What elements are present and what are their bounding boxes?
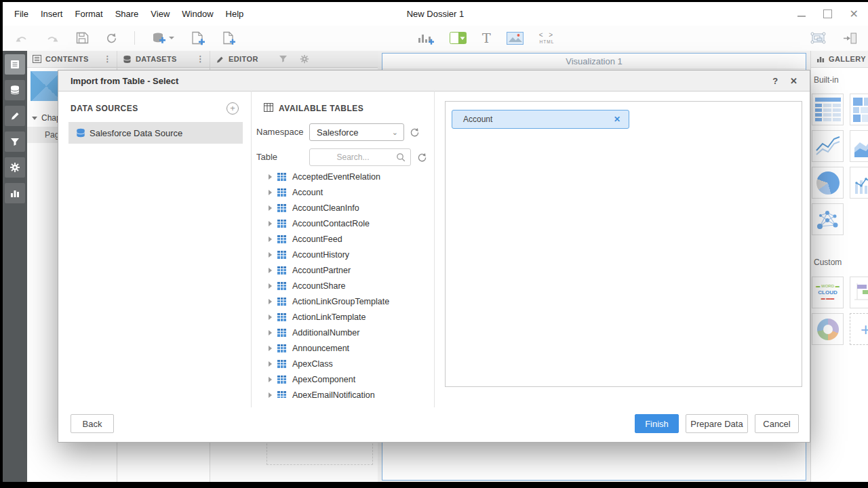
close-window-icon[interactable]: ✕ bbox=[850, 9, 859, 20]
table-row[interactable]: AccountPartner bbox=[252, 262, 433, 278]
selected-table-chip[interactable]: Account ✕ bbox=[452, 110, 629, 129]
add-data-icon[interactable] bbox=[152, 32, 174, 44]
gallery-viz-combo[interactable] bbox=[850, 167, 868, 199]
sidebar-item-editor[interactable] bbox=[5, 106, 25, 126]
table-search-input[interactable] bbox=[310, 152, 396, 163]
expand-arrow-icon[interactable] bbox=[269, 377, 272, 382]
table-row[interactable]: ActionLinkGroupTemplate bbox=[252, 293, 433, 309]
free-form-layout-icon[interactable] bbox=[810, 31, 827, 45]
expand-arrow-icon[interactable] bbox=[269, 237, 272, 242]
table-icon bbox=[277, 266, 286, 274]
minimize-icon[interactable] bbox=[797, 16, 806, 17]
add-data-source-icon[interactable]: + bbox=[226, 102, 239, 115]
gallery-viz-pie[interactable] bbox=[812, 167, 844, 199]
chip-remove-icon[interactable]: ✕ bbox=[614, 115, 620, 124]
cancel-button[interactable]: Cancel bbox=[755, 414, 799, 433]
dialog-close-icon[interactable]: ✕ bbox=[790, 76, 797, 86]
menu-help[interactable]: Help bbox=[220, 9, 250, 19]
collapse-panel-icon[interactable] bbox=[843, 32, 857, 45]
gallery-viz-heatmap[interactable] bbox=[850, 94, 868, 125]
refresh-icon[interactable] bbox=[106, 33, 117, 44]
table-row[interactable]: AccountFeed bbox=[252, 231, 433, 247]
editor-settings-icon[interactable] bbox=[300, 54, 309, 64]
gallery-viz-wordcloud[interactable]: ▬ WORD ▬ CLOUD ▬ ▬▬ bbox=[812, 277, 844, 308]
expand-arrow-icon[interactable] bbox=[269, 392, 272, 398]
namespace-select[interactable]: Salesforce ⌄ bbox=[309, 123, 404, 141]
editor-filter-icon[interactable] bbox=[279, 55, 288, 63]
datasets-menu-icon[interactable]: ⋮ bbox=[197, 54, 205, 64]
table-row[interactable]: ApexClass bbox=[252, 356, 433, 371]
expand-arrow-icon[interactable] bbox=[269, 361, 272, 367]
table-refresh-icon[interactable] bbox=[417, 152, 427, 163]
left-icon-sidebar bbox=[3, 51, 27, 482]
gallery-viz-grid[interactable] bbox=[812, 94, 844, 125]
expand-arrow-icon[interactable] bbox=[269, 252, 272, 258]
expand-arrow-icon[interactable] bbox=[269, 205, 272, 211]
add-visualization-icon[interactable] bbox=[418, 32, 434, 45]
prepare-data-button[interactable]: Prepare Data bbox=[686, 414, 748, 433]
add-image-icon[interactable] bbox=[507, 32, 524, 45]
table-row[interactable]: AccountCleanInfo bbox=[252, 200, 433, 216]
data-source-item-selected[interactable]: Salesforce Data Source bbox=[68, 122, 243, 144]
menu-format[interactable]: Format bbox=[68, 9, 108, 19]
table-row[interactable]: AcceptedEventRelation bbox=[252, 169, 433, 184]
help-icon[interactable]: ? bbox=[772, 76, 778, 86]
gallery-add-custom-viz[interactable]: + bbox=[850, 313, 868, 345]
add-text-icon[interactable]: T bbox=[482, 30, 491, 45]
table-row[interactable]: ApexEmailNotification bbox=[252, 387, 433, 398]
gallery-viz-network[interactable] bbox=[812, 203, 844, 235]
sidebar-item-contents[interactable] bbox=[5, 54, 25, 75]
menu-view[interactable]: View bbox=[144, 9, 176, 19]
menu-share[interactable]: Share bbox=[109, 9, 145, 19]
expand-arrow-icon[interactable] bbox=[269, 346, 272, 351]
menu-bar: File Insert Format Share View Window Hel… bbox=[3, 9, 250, 19]
expand-arrow-icon[interactable] bbox=[269, 190, 272, 195]
expand-arrow-icon[interactable] bbox=[269, 330, 272, 336]
collapse-caret-icon[interactable] bbox=[32, 117, 37, 120]
sidebar-item-filter[interactable] bbox=[5, 131, 25, 152]
search-icon[interactable] bbox=[396, 152, 406, 162]
word-cloud-viz-icon: ▬ WORD ▬ CLOUD ▬ ▬▬ bbox=[816, 284, 839, 301]
selected-tables-column: Account ✕ bbox=[435, 91, 810, 407]
maximize-icon[interactable] bbox=[823, 9, 832, 18]
add-data-dropdown-icon[interactable] bbox=[169, 37, 174, 39]
expand-arrow-icon[interactable] bbox=[269, 314, 272, 320]
undo-icon[interactable] bbox=[15, 33, 28, 43]
contents-menu-icon[interactable]: ⋮ bbox=[104, 54, 112, 64]
table-row[interactable]: Announcement bbox=[252, 340, 433, 356]
table-row[interactable]: AccountContactRole bbox=[252, 216, 433, 231]
save-icon[interactable] bbox=[76, 32, 89, 44]
table-row[interactable]: Account bbox=[252, 184, 433, 200]
add-selector-icon[interactable] bbox=[450, 32, 467, 44]
namespace-refresh-icon[interactable] bbox=[410, 127, 420, 138]
table-row[interactable]: AdditionalNumber bbox=[252, 325, 433, 340]
expand-arrow-icon[interactable] bbox=[269, 174, 272, 180]
menu-file[interactable]: File bbox=[8, 9, 35, 19]
gallery-viz-line[interactable] bbox=[812, 130, 844, 162]
expand-arrow-icon[interactable] bbox=[269, 283, 272, 289]
menu-insert[interactable]: Insert bbox=[35, 9, 69, 19]
expand-arrow-icon[interactable] bbox=[269, 268, 272, 273]
expand-arrow-icon[interactable] bbox=[269, 221, 272, 226]
gallery-viz-area[interactable] bbox=[850, 130, 868, 162]
sidebar-item-datasets[interactable] bbox=[5, 80, 25, 100]
gallery-viz-ring[interactable] bbox=[812, 313, 844, 345]
table-row[interactable]: AccountHistory bbox=[252, 247, 433, 262]
back-button[interactable]: Back bbox=[71, 414, 114, 433]
menu-window[interactable]: Window bbox=[176, 9, 219, 19]
sidebar-item-gallery[interactable] bbox=[5, 183, 25, 203]
expand-arrow-icon[interactable] bbox=[269, 299, 272, 304]
add-chapter-icon[interactable] bbox=[191, 31, 205, 45]
sidebar-item-settings[interactable] bbox=[5, 157, 25, 178]
data-source-label: Salesforce Data Source bbox=[90, 128, 182, 138]
table-row[interactable]: ApexComponent bbox=[252, 371, 433, 387]
finish-button[interactable]: Finish bbox=[635, 414, 679, 433]
redo-icon[interactable] bbox=[45, 33, 59, 43]
table-row[interactable]: AccountShare bbox=[252, 278, 433, 293]
add-page-icon[interactable] bbox=[222, 31, 235, 45]
data-sources-header: DATA SOURCES bbox=[71, 104, 138, 113]
window-frame-bottom bbox=[0, 482, 868, 488]
gallery-viz-gantt[interactable] bbox=[850, 277, 868, 308]
table-row[interactable]: ActionLinkTemplate bbox=[252, 309, 433, 325]
add-html-icon[interactable]: < >HTML bbox=[539, 32, 555, 45]
